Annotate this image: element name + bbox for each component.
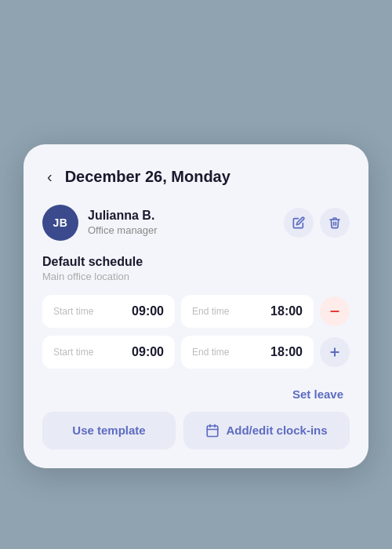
user-details: Julianna B. Office manager <box>88 209 158 236</box>
bottom-row: Use template Add/edit clock-ins <box>42 412 350 449</box>
main-card: ‹ December 26, Monday JB Julianna B. Off… <box>24 144 368 468</box>
clock-icon <box>205 424 220 438</box>
set-leave-row: Set leave <box>42 384 350 404</box>
user-section: JB Julianna B. Office manager <box>42 205 350 241</box>
add-clock-label: Add/edit clock-ins <box>226 424 327 437</box>
svg-rect-3 <box>208 426 219 437</box>
delete-button[interactable] <box>320 208 350 238</box>
time-row: Start time 09:00 End time 18:00 <box>42 295 350 328</box>
edit-button[interactable] <box>284 208 314 238</box>
avatar: JB <box>42 205 78 241</box>
end-time-field-2[interactable]: End time 18:00 <box>181 336 314 369</box>
end-time-value-1: 18:00 <box>270 304 303 318</box>
add-clock-button[interactable]: Add/edit clock-ins <box>183 412 350 449</box>
start-time-value-1: 09:00 <box>132 304 164 318</box>
action-buttons <box>284 208 350 238</box>
page-title: December 26, Monday <box>65 168 230 186</box>
schedule-location: Main office location <box>42 271 350 282</box>
add-row-button[interactable] <box>320 337 350 367</box>
start-time-field-2[interactable]: Start time 09:00 <box>42 336 175 369</box>
start-time-field-1[interactable]: Start time 09:00 <box>42 295 175 328</box>
end-time-label-2: End time <box>192 347 229 358</box>
bottom-actions: Set leave Use template Add/edit clock-in… <box>42 384 350 449</box>
schedule-label: Default schedule <box>42 255 350 269</box>
schedule-info: Default schedule Main office location <box>42 255 350 282</box>
start-time-value-2: 09:00 <box>132 345 164 359</box>
user-name: Julianna B. <box>88 209 158 223</box>
start-time-label-2: Start time <box>53 347 93 358</box>
use-template-button[interactable]: Use template <box>42 412 176 449</box>
start-time-label-1: Start time <box>53 306 93 317</box>
time-row: Start time 09:00 End time 18:00 <box>42 336 350 369</box>
header: ‹ December 26, Monday <box>42 166 350 187</box>
user-role: Office manager <box>88 224 158 236</box>
time-rows: Start time 09:00 End time 18:00 Start ti… <box>42 295 350 369</box>
remove-row-button[interactable] <box>320 296 350 326</box>
end-time-label-1: End time <box>192 306 229 317</box>
back-button[interactable]: ‹ <box>42 166 57 187</box>
set-leave-button[interactable]: Set leave <box>286 384 350 404</box>
user-info: JB Julianna B. Office manager <box>42 205 158 241</box>
end-time-value-2: 18:00 <box>270 345 303 359</box>
end-time-field-1[interactable]: End time 18:00 <box>181 295 314 328</box>
